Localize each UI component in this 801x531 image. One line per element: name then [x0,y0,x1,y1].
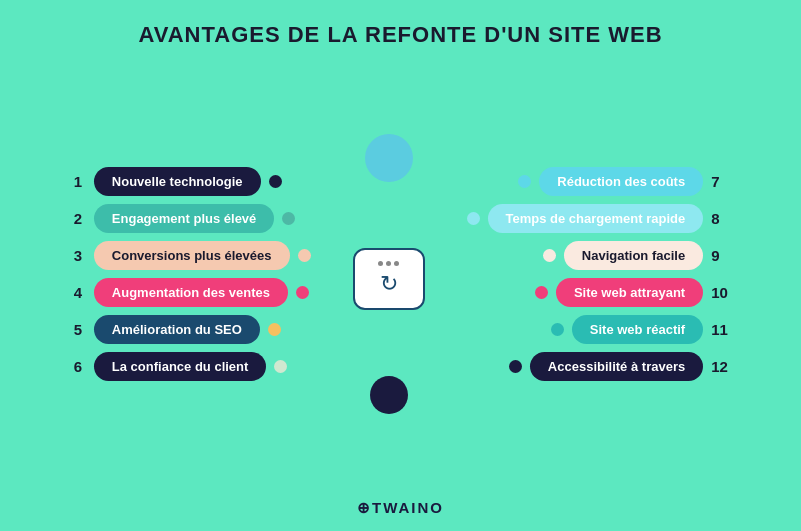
item-num: 12 [711,358,731,375]
item-pill: Nouvelle technologie [94,167,261,196]
item-pill: Conversions plus élevées [94,241,290,270]
item-num: 4 [70,284,86,301]
item-num: 8 [711,210,731,227]
connector-dot [282,212,295,225]
item-num: 11 [711,321,731,338]
left-row-item: 2 Engagement plus élevé [70,204,296,233]
item-pill: Augmentation des ventes [94,278,288,307]
left-row-item: 4 Augmentation des ventes [70,278,309,307]
item-pill: Site web attrayant [556,278,703,307]
bottom-circle [370,376,408,414]
left-row-item: 5 Amélioration du SEO [70,315,281,344]
item-pill: Site web réactif [572,315,703,344]
item-num: 7 [711,173,731,190]
connector-dot [509,360,522,373]
connector-dot [467,212,480,225]
top-circle [365,134,413,182]
item-num: 1 [70,173,86,190]
connector-dot [543,249,556,262]
item-pill: Engagement plus élevé [94,204,275,233]
left-column: 1 Nouvelle technologie 2 Engagement plus… [70,167,311,381]
connector-dot [274,360,287,373]
left-row-item: 6 La confiance du client [70,352,288,381]
item-pill: Amélioration du SEO [94,315,260,344]
item-pill: Temps de chargement rapide [488,204,704,233]
item-pill: La confiance du client [94,352,267,381]
connector-dot [296,286,309,299]
right-row-item: 8 Temps de chargement rapide [467,204,732,233]
item-pill: Réduction des coûts [539,167,703,196]
footer-logo: ⊕TWAINO [357,499,444,517]
item-num: 2 [70,210,86,227]
item-num: 5 [70,321,86,338]
left-row-item: 1 Nouvelle technologie [70,167,282,196]
right-row-item: 10 Site web attrayant [535,278,731,307]
connector-dot [535,286,548,299]
item-num: 10 [711,284,731,301]
connector-dot [298,249,311,262]
left-row-item: 3 Conversions plus élevées [70,241,311,270]
item-num: 3 [70,247,86,264]
item-num: 9 [711,247,731,264]
connector-dot [551,323,564,336]
diagram-wrapper: 1 Nouvelle technologie 2 Engagement plus… [0,48,801,499]
item-pill: Accessibilité à travers [530,352,703,381]
center-box: ↻ [353,248,425,310]
item-num: 6 [70,358,86,375]
connector-dot [268,323,281,336]
center-area: ↻ [339,134,439,414]
refresh-icon: ↻ [380,271,398,297]
right-row-item: 12 Accessibilité à travers [509,352,731,381]
footer: ⊕TWAINO [357,499,444,517]
connector-dot [518,175,531,188]
right-column: 7 Réduction des coûts 8 Temps de chargem… [467,167,732,381]
connector-dot [269,175,282,188]
right-row-item: 7 Réduction des coûts [518,167,731,196]
right-row-item: 11 Site web réactif [551,315,731,344]
right-row-item: 9 Navigation facile [543,241,731,270]
page-title: AVANTAGES DE LA REFONTE D'UN SITE WEB [138,22,662,48]
item-pill: Navigation facile [564,241,703,270]
